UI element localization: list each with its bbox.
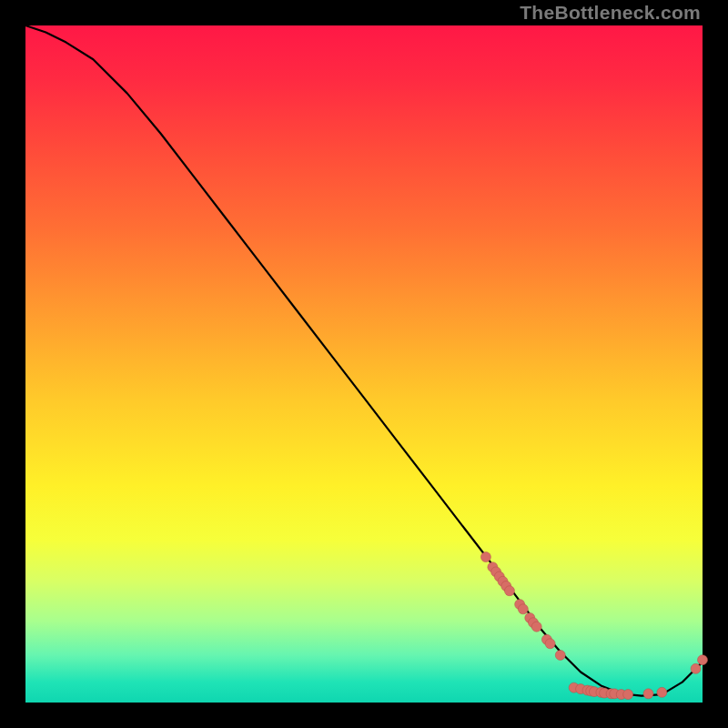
data-markers	[480, 552, 707, 700]
bottleneck-curve	[25, 25, 703, 696]
data-marker	[691, 663, 701, 673]
data-marker	[504, 586, 514, 596]
data-marker	[518, 604, 528, 614]
chart-plot-area	[25, 25, 703, 703]
data-marker	[555, 650, 565, 660]
data-marker	[657, 687, 667, 697]
data-marker	[623, 690, 633, 700]
chart-stage: TheBottleneck.com	[0, 0, 728, 728]
chart-svg	[25, 25, 703, 703]
watermark-label: TheBottleneck.com	[520, 2, 701, 24]
data-marker	[531, 622, 541, 632]
data-marker	[545, 639, 555, 649]
data-marker	[643, 689, 653, 699]
data-marker	[698, 655, 708, 665]
data-marker	[480, 552, 490, 562]
